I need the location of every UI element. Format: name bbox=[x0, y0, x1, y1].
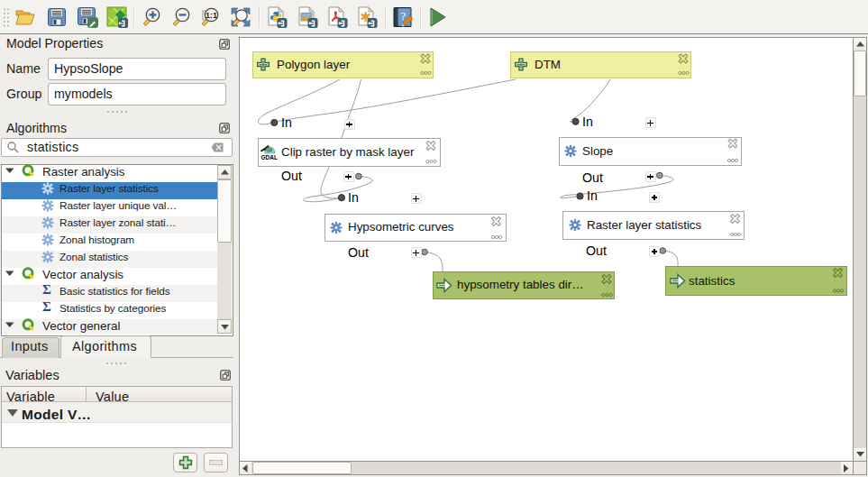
svg-text:GDAL: GDAL bbox=[261, 153, 279, 161]
